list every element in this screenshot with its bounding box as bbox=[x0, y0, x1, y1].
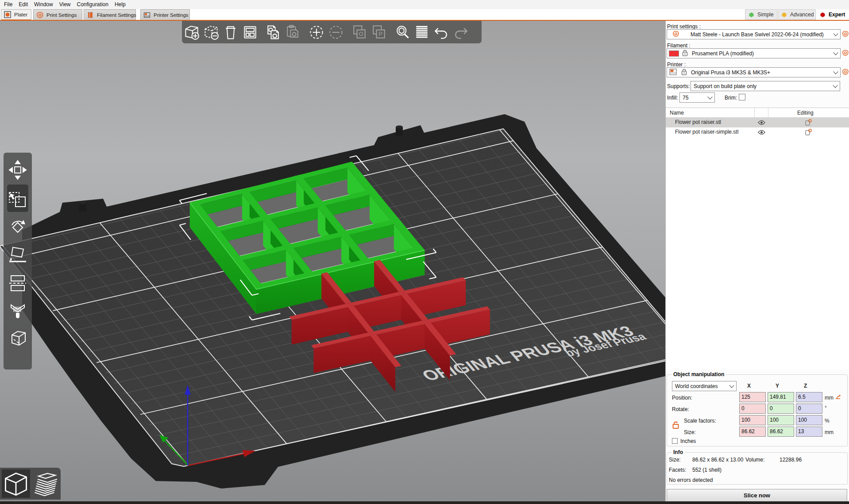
svg-text:O: O bbox=[359, 31, 363, 37]
svg-text:P: P bbox=[378, 31, 382, 37]
